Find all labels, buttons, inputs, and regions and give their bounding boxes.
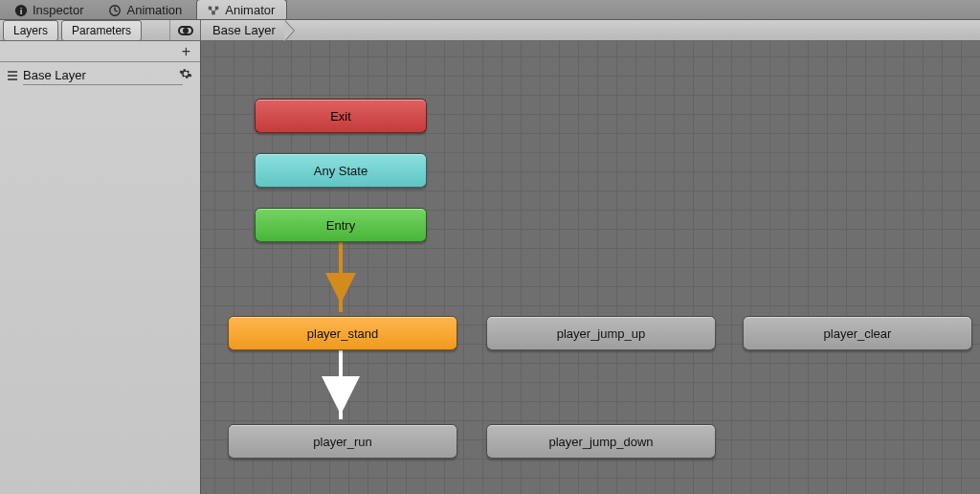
- tab-animator[interactable]: Animator: [196, 0, 287, 19]
- node-player-jump-up[interactable]: player_jump_up: [486, 316, 716, 350]
- add-layer-row: +: [0, 41, 200, 62]
- main-area: + Base Layer: [0, 41, 980, 494]
- subtab-parameters[interactable]: Parameters: [61, 20, 142, 41]
- svg-line-4: [115, 11, 118, 11]
- svg-line-8: [211, 10, 214, 11]
- add-layer-button[interactable]: +: [182, 44, 190, 59]
- node-any-state[interactable]: Any State: [255, 153, 427, 188]
- node-label: Entry: [326, 218, 355, 233]
- node-label: Any State: [314, 164, 368, 178]
- breadcrumb-item[interactable]: Base Layer: [201, 20, 285, 40]
- tab-inspector-label: Inspector: [33, 3, 83, 17]
- tab-animation-label: Animation: [126, 3, 182, 17]
- svg-text:i: i: [20, 5, 23, 15]
- node-player-run[interactable]: player_run: [228, 424, 457, 459]
- tab-animation[interactable]: Animation: [98, 0, 194, 19]
- node-label: player_jump_down: [548, 435, 653, 449]
- layer-panel-header: Layers Parameters: [0, 20, 201, 40]
- node-label: player_stand: [307, 326, 378, 341]
- node-label: player_run: [313, 435, 371, 449]
- visibility-toggle[interactable]: [169, 20, 200, 40]
- node-label: Exit: [330, 109, 351, 124]
- window-tab-strip: i Inspector Animation Animator: [0, 0, 980, 20]
- svg-rect-5: [209, 6, 212, 10]
- layer-name-label: Base Layer: [23, 68, 86, 82]
- subtab-layers[interactable]: Layers: [3, 20, 58, 41]
- layers-sidebar: + Base Layer: [0, 41, 201, 494]
- info-icon: i: [14, 4, 28, 17]
- animator-icon: [207, 4, 220, 17]
- node-entry[interactable]: Entry: [255, 208, 427, 242]
- breadcrumb-label: Base Layer: [212, 23, 276, 37]
- node-player-stand[interactable]: player_stand: [228, 316, 457, 350]
- node-label: player_jump_up: [557, 326, 646, 341]
- gear-icon[interactable]: [179, 67, 192, 83]
- layer-underline: [23, 84, 183, 85]
- clock-icon: [108, 4, 122, 17]
- svg-line-9: [213, 10, 217, 11]
- graph-canvas[interactable]: Exit Any State Entry player_stand player…: [201, 41, 980, 494]
- svg-rect-7: [212, 11, 216, 14]
- node-exit[interactable]: Exit: [255, 99, 427, 133]
- drag-handle-icon[interactable]: [8, 71, 17, 80]
- node-player-jump-down[interactable]: player_jump_down: [486, 424, 716, 459]
- node-player-clear[interactable]: player_clear: [743, 316, 972, 350]
- svg-rect-6: [215, 6, 219, 10]
- eye-icon: [178, 26, 193, 35]
- breadcrumb: Base Layer: [201, 20, 980, 40]
- tab-inspector[interactable]: i Inspector: [4, 0, 96, 19]
- tab-animator-label: Animator: [225, 3, 275, 17]
- node-label: player_clear: [824, 326, 892, 341]
- layer-row[interactable]: Base Layer: [0, 62, 200, 89]
- secondary-toolbar: Layers Parameters Base Layer: [0, 20, 980, 41]
